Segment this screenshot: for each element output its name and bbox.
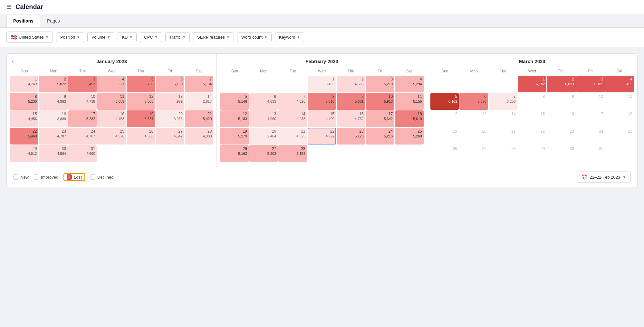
- day-cell[interactable]: 24: [576, 128, 605, 145]
- day-cell[interactable]: 254,378: [97, 128, 126, 145]
- day-cell[interactable]: 144,288: [278, 110, 307, 127]
- day-cell[interactable]: 11: [605, 93, 634, 110]
- day-cell[interactable]: 203,955: [156, 110, 184, 127]
- day-cell[interactable]: 142,817: [185, 93, 213, 110]
- day-cell[interactable]: 14: [489, 110, 517, 127]
- filter-serp[interactable]: SERP features ▼: [193, 32, 234, 42]
- day-cell[interactable]: 195,279: [220, 128, 248, 145]
- day-cell[interactable]: 55,799: [127, 76, 155, 92]
- day-cell[interactable]: 202,464: [249, 128, 278, 145]
- day-cell[interactable]: 115,155: [395, 93, 423, 110]
- date-range-button[interactable]: 📅 22–22 Feb 2023 ▼: [577, 172, 631, 182]
- filter-wordcount[interactable]: Word count ▼: [237, 32, 272, 42]
- day-cell[interactable]: 15: [518, 110, 547, 127]
- day-cell[interactable]: 30: [547, 145, 576, 162]
- declined-checkbox[interactable]: [90, 174, 95, 180]
- day-cell[interactable]: 134,960: [249, 110, 278, 127]
- day-cell[interactable]: 154,456: [10, 110, 38, 127]
- day-cell[interactable]: 17: [576, 110, 605, 127]
- day-cell[interactable]: 244,767: [68, 128, 97, 145]
- day-cell[interactable]: 18: [605, 110, 634, 127]
- day-cell[interactable]: 224,992: [308, 128, 336, 145]
- day-cell[interactable]: 26,023: [547, 76, 576, 92]
- day-cell[interactable]: 24,665: [337, 76, 365, 92]
- day-cell[interactable]: 14,769: [10, 76, 38, 92]
- filter-position[interactable]: Position ▼: [56, 32, 84, 42]
- day-cell[interactable]: 304,564: [39, 145, 67, 162]
- day-cell[interactable]: 235,126: [337, 128, 365, 145]
- day-cell[interactable]: 36,105: [576, 76, 605, 92]
- day-cell[interactable]: 26: [430, 145, 459, 162]
- filter-traffic[interactable]: Traffic ▼: [165, 32, 190, 42]
- day-cell[interactable]: 154,400: [308, 110, 336, 127]
- tab-pages[interactable]: Pages: [40, 14, 67, 27]
- day-cell[interactable]: 10: [576, 93, 605, 110]
- day-cell[interactable]: 19: [430, 128, 459, 145]
- day-cell[interactable]: 85,230: [10, 93, 38, 110]
- day-cell[interactable]: 115,089: [97, 93, 126, 110]
- day-cell[interactable]: 94,982: [39, 93, 67, 110]
- day-cell[interactable]: 125,183: [220, 110, 248, 127]
- day-cell[interactable]: 134,979: [156, 93, 184, 110]
- day-cell[interactable]: 25,022: [39, 76, 67, 92]
- day-cell[interactable]: 65,160: [156, 76, 184, 92]
- day-cell[interactable]: 27: [459, 145, 488, 162]
- day-cell[interactable]: 184,458: [97, 110, 126, 127]
- day-cell[interactable]: 28: [489, 145, 517, 162]
- day-cell[interactable]: 56,162: [430, 93, 459, 110]
- day-cell[interactable]: 31: [576, 145, 605, 162]
- day-cell[interactable]: 13: [459, 110, 488, 127]
- day-cell[interactable]: 75,134: [185, 76, 213, 92]
- day-cell[interactable]: 21: [489, 128, 517, 145]
- day-cell[interactable]: 65,870: [459, 93, 488, 110]
- day-cell[interactable]: 45,294: [395, 76, 423, 92]
- lost-checkbox[interactable]: [67, 174, 72, 180]
- day-cell[interactable]: 284,308: [185, 128, 213, 145]
- day-cell[interactable]: 195,537: [127, 110, 155, 127]
- filter-keyword[interactable]: Keyword ▼: [275, 32, 304, 42]
- menu-icon[interactable]: ☰: [6, 4, 12, 11]
- filter-cpc[interactable]: CPC ▼: [140, 32, 162, 42]
- tab-positions[interactable]: Positions: [6, 14, 40, 27]
- day-cell[interactable]: 22: [518, 128, 547, 145]
- day-cell[interactable]: 105,913: [366, 93, 394, 110]
- day-cell[interactable]: 175,342: [366, 110, 394, 127]
- day-cell[interactable]: 20: [459, 128, 488, 145]
- day-cell[interactable]: 35,219: [366, 76, 394, 92]
- day-cell[interactable]: 264,533: [127, 128, 155, 145]
- day-cell[interactable]: 185,610: [395, 110, 423, 127]
- day-cell[interactable]: 245,216: [366, 128, 394, 145]
- day-cell[interactable]: 73,208: [489, 93, 517, 110]
- day-cell[interactable]: 45,327: [97, 76, 126, 92]
- day-cell[interactable]: 8: [518, 93, 547, 110]
- day-cell[interactable]: 35,453: [68, 76, 97, 92]
- day-cell[interactable]: 16,182: [518, 76, 547, 92]
- day-cell[interactable]: 12: [430, 110, 459, 127]
- filter-kd[interactable]: KD ▼: [118, 32, 137, 42]
- day-cell[interactable]: 175,282: [68, 110, 97, 127]
- day-cell[interactable]: 265,162: [220, 145, 248, 162]
- day-cell[interactable]: 64,633: [249, 93, 278, 110]
- day-cell[interactable]: 55,148: [220, 93, 248, 110]
- day-cell[interactable]: 25: [605, 128, 634, 145]
- day-cell[interactable]: 74,626: [278, 93, 307, 110]
- filter-country[interactable]: 🇺🇸 United States ▼: [6, 32, 53, 43]
- day-cell[interactable]: 275,203: [249, 145, 278, 162]
- day-cell[interactable]: 29: [518, 145, 547, 162]
- day-cell[interactable]: 9: [547, 93, 576, 110]
- improved-checkbox[interactable]: [34, 174, 39, 180]
- day-cell[interactable]: 234,787: [39, 128, 67, 145]
- prev-month-button[interactable]: ‹: [10, 58, 15, 65]
- day-cell[interactable]: 13,495: [308, 76, 336, 92]
- day-cell[interactable]: 85,510: [308, 93, 336, 110]
- day-cell[interactable]: 125,008: [127, 93, 155, 110]
- day-cell[interactable]: 274,542: [156, 128, 184, 145]
- day-cell[interactable]: 23: [547, 128, 576, 145]
- day-cell[interactable]: 314,690: [68, 145, 97, 162]
- day-cell[interactable]: 214,025: [278, 128, 307, 145]
- day-cell[interactable]: 46,499: [605, 76, 634, 92]
- day-cell[interactable]: 255,260: [395, 128, 423, 145]
- day-cell[interactable]: 225,468: [10, 128, 38, 145]
- day-cell[interactable]: 104,738: [68, 93, 97, 110]
- new-checkbox[interactable]: [13, 174, 18, 180]
